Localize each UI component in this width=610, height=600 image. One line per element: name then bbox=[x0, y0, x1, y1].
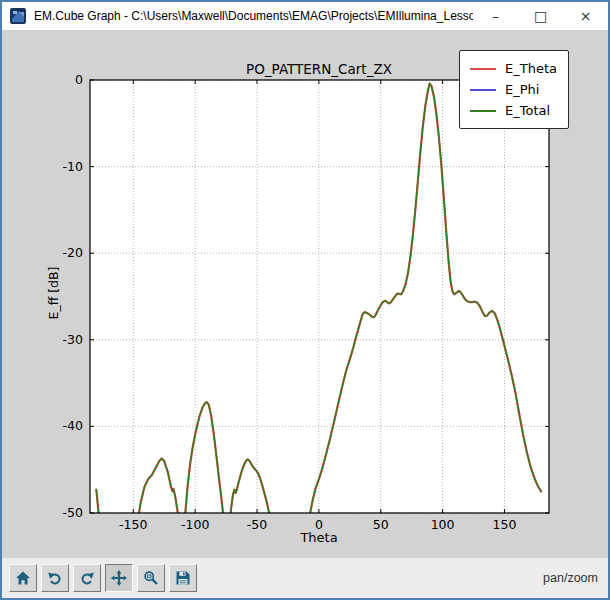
legend-item-e-phi: E_Phi bbox=[470, 79, 560, 100]
maximize-button[interactable]: □ bbox=[518, 2, 563, 30]
x-tick-label: -100 bbox=[181, 517, 209, 532]
legend-item-e-total: E_Total bbox=[470, 100, 560, 121]
y-tick-label: -10 bbox=[63, 159, 83, 174]
home-icon bbox=[15, 570, 31, 586]
back-arrow-icon bbox=[47, 570, 63, 586]
x-tick-label: 50 bbox=[373, 517, 389, 532]
legend-label-e-theta: E_Theta bbox=[505, 61, 557, 76]
close-button[interactable]: × bbox=[563, 2, 608, 30]
legend-line-e-phi bbox=[470, 89, 496, 91]
home-button[interactable] bbox=[9, 564, 37, 592]
save-button[interactable] bbox=[169, 564, 197, 592]
pan-icon bbox=[111, 570, 127, 586]
y-tick-label: -30 bbox=[63, 332, 83, 347]
x-tick-label: -50 bbox=[247, 517, 267, 532]
legend-label-e-phi: E_Phi bbox=[505, 82, 539, 97]
y-tick-label: -50 bbox=[63, 505, 83, 520]
back-button[interactable] bbox=[41, 564, 69, 592]
forward-arrow-icon bbox=[79, 570, 95, 586]
y-axis-label: E_ff [dB] bbox=[46, 267, 61, 320]
save-floppy-icon bbox=[175, 570, 191, 586]
chart-title: PO_PATTERN_Cart_ZX bbox=[246, 61, 392, 77]
x-tick-label: -150 bbox=[119, 517, 147, 532]
y-tick-label: -20 bbox=[63, 245, 83, 260]
legend-line-e-theta bbox=[470, 68, 496, 70]
zoom-rect-button[interactable] bbox=[137, 564, 165, 592]
titlebar: EM.Cube Graph - C:\Users\Maxwell\Documen… bbox=[2, 2, 608, 31]
legend-label-e-total: E_Total bbox=[505, 103, 550, 118]
navigation-toolbar: pan/zoom bbox=[2, 558, 608, 598]
legend: E_Theta E_Phi E_Total bbox=[459, 50, 569, 129]
magnifier-icon bbox=[143, 570, 159, 586]
legend-line-e-total bbox=[470, 110, 496, 112]
minimize-button[interactable]: – bbox=[473, 2, 518, 30]
plot-area[interactable] bbox=[90, 80, 549, 513]
figure-canvas[interactable]: -150-100-500501001500-10-20-30-40-50 PO_… bbox=[2, 30, 608, 558]
y-tick-label: -40 bbox=[63, 418, 83, 433]
x-tick-label: 150 bbox=[493, 517, 517, 532]
x-tick-label: 100 bbox=[431, 517, 455, 532]
app-window: EM.Cube Graph - C:\Users\Maxwell\Documen… bbox=[0, 0, 610, 600]
y-tick-label: 0 bbox=[75, 72, 83, 87]
window-controls: – □ × bbox=[473, 2, 608, 30]
status-mode-text: pan/zoom bbox=[543, 571, 598, 585]
window-title: EM.Cube Graph - C:\Users\Maxwell\Documen… bbox=[34, 9, 473, 23]
app-icon bbox=[10, 8, 26, 24]
pan-button[interactable] bbox=[105, 564, 133, 592]
x-axis-label: Theta bbox=[300, 530, 337, 545]
forward-button[interactable] bbox=[73, 564, 101, 592]
legend-item-e-theta: E_Theta bbox=[470, 58, 560, 79]
